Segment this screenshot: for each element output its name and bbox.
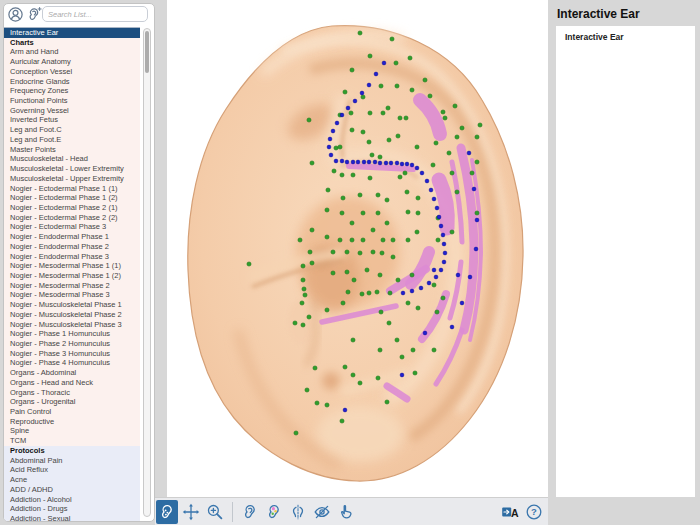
list-item[interactable]: Abdominal Pain	[4, 456, 140, 466]
ear-point-green[interactable]	[350, 238, 354, 242]
ear-point-green[interactable]	[338, 238, 342, 242]
ear-point-green[interactable]	[453, 104, 457, 108]
ear-point-blue[interactable]	[450, 325, 454, 329]
ear-point-blue[interactable]	[468, 275, 472, 279]
list-item[interactable]: Governing Vessel	[4, 106, 140, 116]
list-item[interactable]: Organs - Head and Neck	[4, 378, 140, 388]
ear-point-green[interactable]	[247, 262, 251, 266]
list-item[interactable]: Endocrine Glands	[4, 77, 140, 87]
ear-point-green[interactable]	[435, 310, 439, 314]
ear-point-green[interactable]	[350, 221, 354, 225]
ear-point-green[interactable]	[368, 176, 372, 180]
list-item[interactable]: Functional Points	[4, 96, 140, 106]
ear-point-blue[interactable]	[384, 161, 388, 165]
ear-point-blue[interactable]	[429, 188, 433, 192]
ear-point-green[interactable]	[455, 190, 459, 194]
ear-point-blue[interactable]	[437, 215, 441, 219]
ear-point-green[interactable]	[413, 371, 417, 375]
ear-point-blue[interactable]	[456, 273, 460, 277]
ear-point-green[interactable]	[431, 163, 435, 167]
ear-add-icon[interactable]	[26, 6, 42, 23]
ear-point-green[interactable]	[398, 175, 402, 179]
ear-point-green[interactable]	[450, 230, 454, 234]
ear-point-green[interactable]	[300, 301, 304, 305]
ear-point-green[interactable]	[303, 293, 307, 297]
ear-point-green[interactable]	[325, 208, 329, 212]
ear-point-green[interactable]	[410, 88, 414, 92]
account-icon[interactable]	[7, 6, 24, 23]
ear-point-green[interactable]	[381, 238, 385, 242]
list-item[interactable]: Musculoskeletal - Upper Extremity	[4, 174, 140, 184]
ear-point-green[interactable]	[396, 278, 400, 282]
ear-point-green[interactable]	[441, 110, 445, 114]
list-item[interactable]: Organs - Abdominal	[4, 368, 140, 378]
ear-point-green[interactable]	[346, 290, 350, 294]
list-item[interactable]: Musculoskeletal - Head	[4, 154, 140, 164]
ear-flip-button[interactable]	[287, 500, 309, 524]
ear-point-blue[interactable]	[389, 161, 393, 165]
ear-point-green[interactable]	[406, 238, 410, 242]
list-item[interactable]: Nogier - Endodermal Phase 1	[4, 232, 140, 242]
scrollbar-thumb[interactable]	[145, 31, 149, 73]
ear-point-blue[interactable]	[373, 160, 377, 164]
ear-point-green[interactable]	[325, 235, 329, 239]
ear-point-green[interactable]	[378, 348, 382, 352]
ear-point-green[interactable]	[423, 78, 427, 82]
ear-point-blue[interactable]	[351, 160, 355, 164]
search-input[interactable]	[42, 6, 148, 22]
ear-point-blue[interactable]	[425, 179, 429, 183]
ear-point-green[interactable]	[441, 296, 445, 300]
ear-point-green[interactable]	[358, 251, 362, 255]
ear-point-green[interactable]	[450, 171, 454, 175]
ear-point-blue[interactable]	[410, 163, 414, 167]
ear-point-blue[interactable]	[343, 408, 347, 412]
ear-point-blue[interactable]	[435, 206, 439, 210]
list-item[interactable]: Protocols	[4, 446, 140, 456]
ear-point-green[interactable]	[361, 211, 365, 215]
ear-point-green[interactable]	[379, 84, 383, 88]
ear-point-green[interactable]	[391, 255, 395, 259]
list-item[interactable]: Inverted Fetus	[4, 115, 140, 125]
ear-point-green[interactable]	[332, 169, 336, 173]
ear-point-green[interactable]	[387, 138, 391, 142]
ear-point-green[interactable]	[352, 278, 356, 282]
ear-point-blue[interactable]	[434, 275, 438, 279]
ear-point-green[interactable]	[460, 126, 464, 130]
ear-point-green[interactable]	[345, 270, 349, 274]
ear-point-blue[interactable]	[340, 113, 344, 117]
ear-point-green[interactable]	[400, 355, 404, 359]
ear-point-blue[interactable]	[331, 129, 335, 133]
ear-point-blue[interactable]	[395, 161, 399, 165]
list-item[interactable]: Nogier - Musculoskeletal Phase 2	[4, 310, 140, 320]
ear-point-green[interactable]	[398, 116, 402, 120]
ear-point-green[interactable]	[358, 31, 362, 35]
ear-point-blue[interactable]	[334, 159, 338, 163]
list-item[interactable]: Nogier - Phase 2 Homunculus	[4, 339, 140, 349]
label-a-button[interactable]: A	[499, 500, 521, 524]
ear-point-blue[interactable]	[378, 161, 382, 165]
ear-point-blue[interactable]	[367, 160, 371, 164]
ear-point-green[interactable]	[381, 111, 385, 115]
ear-point-green[interactable]	[294, 431, 298, 435]
list-item[interactable]: Leg and Foot.E	[4, 135, 140, 145]
ear-point-green[interactable]	[432, 348, 436, 352]
list-item[interactable]: Nogier - Phase 1 Homunculus	[4, 329, 140, 339]
ear-point-green[interactable]	[385, 221, 389, 225]
ear-point-green[interactable]	[475, 135, 479, 139]
ear-point-green[interactable]	[395, 84, 399, 88]
ear-point-green[interactable]	[308, 250, 312, 254]
ear-point-green[interactable]	[367, 291, 371, 295]
list-item[interactable]: Nogier - Mesodermal Phase 3	[4, 290, 140, 300]
ear-point-green[interactable]	[415, 230, 419, 234]
ear-point-green[interactable]	[376, 193, 380, 197]
ear-point-green[interactable]	[360, 292, 364, 296]
list-item[interactable]: Auricular Anatomy	[4, 57, 140, 67]
list-item[interactable]: Arm and Hand	[4, 47, 140, 57]
ear-point-green[interactable]	[334, 146, 338, 150]
ear-point-green[interactable]	[361, 130, 365, 134]
ear-zone[interactable]	[439, 180, 447, 228]
list-item[interactable]: Nogier - Phase 4 Homunculus	[4, 358, 140, 368]
ear-point-green[interactable]	[345, 250, 349, 254]
ear-point-blue[interactable]	[415, 166, 419, 170]
list-item[interactable]: Pain Control	[4, 407, 140, 417]
